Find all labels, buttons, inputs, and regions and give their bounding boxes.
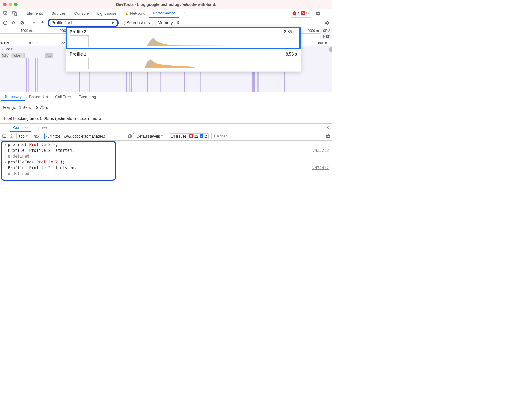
tab-lighthouse[interactable]: Lighthouse xyxy=(94,9,120,18)
levels-selector[interactable]: Default levels ▼ xyxy=(136,134,163,138)
drawer-tabs: ⋮ Console Issues ✕ xyxy=(0,123,332,132)
profile-item-2[interactable]: Profile 2 8.85 s xyxy=(66,27,301,49)
console-clear-icon[interactable] xyxy=(9,134,14,138)
prompt-icon: › xyxy=(3,160,8,164)
subtab-eventlog[interactable]: Event Log xyxy=(75,92,100,101)
chevron-down-icon: ▼ xyxy=(161,135,163,138)
blocking-text: Total blocking time: 0.00ms (estimated) xyxy=(3,116,76,121)
reload-record-button[interactable] xyxy=(11,20,17,26)
drawer-tab-console[interactable]: Console xyxy=(10,124,31,132)
error-count: 4 xyxy=(297,11,299,15)
profile-2-sparkline xyxy=(92,35,291,47)
console-settings-icon[interactable] xyxy=(326,134,330,139)
tab-network[interactable]: ▲ Network xyxy=(121,9,148,18)
profile-select[interactable]: Profile 2 #1 ▼ xyxy=(48,19,119,27)
warning-icon: ▲ xyxy=(125,11,129,16)
issues-err-count: 12 xyxy=(194,134,198,138)
error-badges[interactable]: ✕ 4 ✕ 12 xyxy=(291,9,311,18)
memory-checkbox[interactable]: Memory xyxy=(152,21,173,25)
profile-2-duration: 8.85 s xyxy=(284,29,295,34)
upload-button[interactable] xyxy=(31,20,37,26)
clear-filter-icon[interactable]: ✕ xyxy=(128,134,132,138)
scrollbar-thumb[interactable] xyxy=(329,47,332,52)
idle-block-2[interactable]: (idle) xyxy=(11,53,25,58)
live-expression-icon[interactable] xyxy=(34,134,39,138)
window-controls xyxy=(3,3,18,6)
profile-2-thumbnail xyxy=(70,35,89,47)
subtab-bottomup[interactable]: Bottom-Up xyxy=(25,92,52,101)
download-button[interactable] xyxy=(39,20,45,26)
screenshots-checkbox[interactable]: Screenshots xyxy=(121,21,150,25)
console-body[interactable]: › profile('Profile 2'); Profile 'Profile… xyxy=(0,141,332,245)
chevron-down-icon: ▼ xyxy=(25,135,28,138)
console-output-row: Profile 'Profile 2' started. VM232:2 xyxy=(3,148,330,153)
console-sidebar-toggle-icon[interactable] xyxy=(2,134,7,138)
svg-rect-2 xyxy=(15,13,17,16)
return-icon: ‹ xyxy=(3,154,8,159)
inspect-icon[interactable] xyxy=(2,9,9,18)
console-input-row: › profileEnd('Profile 2'); xyxy=(3,159,330,165)
screenshots-label: Screenshots xyxy=(126,21,150,25)
record-button[interactable] xyxy=(2,20,8,26)
drawer-kebab-icon[interactable]: ⋮ xyxy=(2,124,8,132)
prompt-icon: › xyxy=(3,142,8,147)
tab-performance[interactable]: Performance xyxy=(149,9,179,18)
idle-block-1[interactable]: (idle) xyxy=(1,53,8,58)
context-label: top xyxy=(19,134,25,138)
capture-settings-icon[interactable] xyxy=(324,20,330,26)
drawer-tab-issues[interactable]: Issues xyxy=(32,124,50,132)
device-toggle-icon[interactable] xyxy=(11,9,18,18)
main-thread-label[interactable]: Main xyxy=(2,47,13,51)
filter-text: -url:https://www.googletagmanager.c xyxy=(46,134,106,138)
tab-elements[interactable]: Elements xyxy=(23,9,47,18)
minimize-icon[interactable] xyxy=(9,3,12,6)
window-title: DevTools - blog.google/technology/ai/cod… xyxy=(0,2,332,7)
perf-subtabs: Summary Bottom-Up Call Tree Event Log xyxy=(0,92,332,101)
blocking-line: Total blocking time: 0.00ms (estimated) … xyxy=(0,114,332,123)
truncated-block[interactable]: (… xyxy=(45,53,53,58)
issues-pill[interactable]: 14 Issues: ✕ 12 ≡ 2 xyxy=(169,133,209,139)
source-link[interactable]: VM244:2 xyxy=(312,165,330,170)
titlebar: DevTools - blog.google/technology/ai/cod… xyxy=(0,0,332,9)
profile-item-1[interactable]: Profile 1 8.53 s xyxy=(66,49,301,72)
close-icon[interactable] xyxy=(3,3,7,6)
maximize-icon[interactable] xyxy=(14,3,18,6)
levels-label: Default levels xyxy=(136,134,160,138)
filter-input[interactable]: -url:https://www.googletagmanager.c ✕ xyxy=(44,133,134,139)
trash-button[interactable] xyxy=(175,20,181,26)
console-return-row: ‹ undefined xyxy=(3,153,330,159)
ruler-2100: 2100 ms xyxy=(26,41,40,45)
settings-icon[interactable] xyxy=(314,9,322,18)
tick-1000: 1000 ms xyxy=(21,29,34,33)
ruler-22: 22 xyxy=(61,41,65,45)
svg-line-7 xyxy=(10,135,13,137)
profile-2-name: Profile 2 xyxy=(70,29,86,34)
hidden-count[interactable]: 6 hidden xyxy=(214,134,227,138)
net-column: NET xyxy=(320,34,332,39)
tick-9000: 9000 m xyxy=(308,29,319,33)
drawer-close-icon[interactable]: ✕ xyxy=(323,124,331,132)
ruler-0: 0 ms xyxy=(1,41,9,45)
ruler-800: 800 m xyxy=(318,41,328,45)
tab-sources[interactable]: Sources xyxy=(48,9,70,18)
console-return-row: ‹ undefined xyxy=(3,171,330,177)
context-selector[interactable]: top ▼ xyxy=(19,134,28,138)
kebab-menu-icon[interactable]: ⋮ xyxy=(323,9,331,18)
info-chip-icon: ≡ xyxy=(200,134,203,138)
tab-console[interactable]: Console xyxy=(71,9,93,18)
learn-more-link[interactable]: Learn more xyxy=(80,116,101,121)
error-square-icon: ✕ xyxy=(189,134,193,138)
console-output-row: Profile 'Profile 2' finished. VM244:2 xyxy=(3,165,330,171)
svg-line-4 xyxy=(21,22,23,24)
issue-count: 12 xyxy=(306,11,310,15)
clear-button[interactable] xyxy=(19,20,25,26)
memory-label: Memory xyxy=(158,21,173,25)
subtab-summary[interactable]: Summary xyxy=(1,92,25,101)
profile-dropdown: Profile 2 8.85 s Profile 1 8.53 s xyxy=(66,27,301,72)
console-input-row: › profile('Profile 2'); xyxy=(3,142,330,148)
svg-point-8 xyxy=(35,135,37,137)
error-circle-icon: ✕ xyxy=(293,11,296,15)
subtab-calltree[interactable]: Call Tree xyxy=(52,92,75,101)
more-tabs-icon[interactable]: » xyxy=(180,9,188,18)
source-link[interactable]: VM232:2 xyxy=(312,148,330,153)
